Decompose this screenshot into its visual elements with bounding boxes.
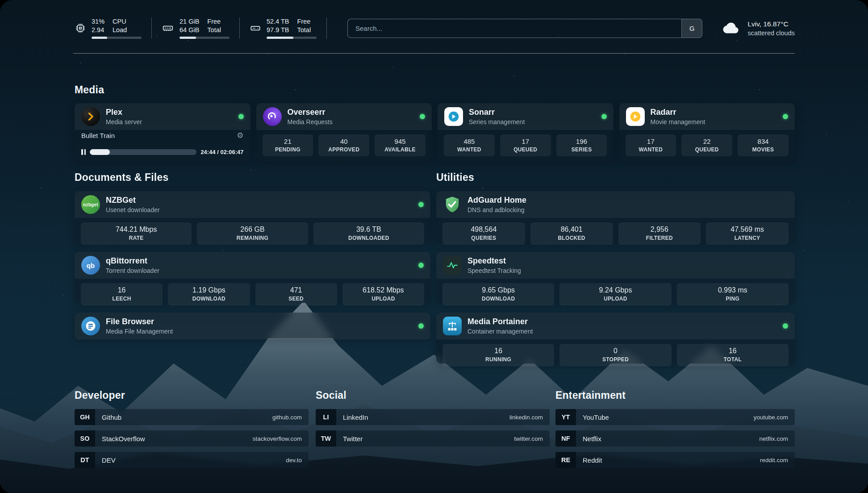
bookmark-abbr: YT — [555, 409, 576, 425]
bookmark-twitter[interactable]: TW Twitter twitter.com — [316, 430, 550, 447]
section-title-entertainment: Entertainment — [555, 389, 626, 401]
status-dot — [601, 114, 607, 119]
search-bar: G — [347, 19, 702, 38]
stat-blocked: 86,401 BLOCKED — [530, 222, 613, 245]
status-dot — [238, 114, 244, 119]
adguard-shield-icon — [443, 195, 462, 214]
bookmark-abbr: TW — [316, 430, 336, 447]
bookmark-name: Reddit — [583, 456, 602, 464]
cloud-icon — [721, 20, 742, 37]
qbittorrent-icon: qb — [81, 256, 100, 275]
disk-widget: 52.4 TB 97.9 TB Free Total — [250, 17, 327, 39]
status-dot — [420, 114, 425, 119]
stat-queries: 498,564 QUERIES — [442, 222, 525, 245]
stat-wanted: 17 WANTED — [626, 134, 676, 156]
disk-progressbar — [267, 37, 317, 39]
bookmark-url: stackoverflow.com — [253, 435, 309, 442]
stat-approved: 40 APPROVED — [318, 134, 369, 156]
memory-widget: 21 GiB 64 GiB Free Total — [162, 17, 240, 39]
service-card-speedtest[interactable]: Speedtest Speedtest Tracking 9.65 Gbps D… — [436, 252, 795, 303]
memory-icon — [162, 22, 174, 34]
now-playing-title: Bullet Train — [81, 132, 233, 139]
service-name: Media Portainer — [467, 317, 533, 326]
status-dot — [418, 263, 424, 268]
stat-total: 16 TOTAL — [677, 344, 789, 366]
plex-header: Plex Media server — [75, 103, 250, 130]
stat-series: 196 SERIES — [556, 134, 607, 156]
memory-total: 64 GiB — [179, 26, 199, 34]
overseerr-header: Overseerr Media Requests — [256, 103, 432, 130]
bookmark-stackoverflow[interactable]: SO StackOverflow stackoverflow.com — [75, 430, 309, 447]
bookmark-youtube[interactable]: YT YouTube youtube.com — [555, 409, 795, 425]
bookmark-reddit[interactable]: RE Reddit reddit.com — [555, 452, 795, 468]
stat-downloaded: 39.6 TB DOWNLOADED — [313, 222, 424, 245]
service-card-sonarr[interactable]: Sonarr Series management 485 WANTED 17 Q… — [438, 103, 613, 161]
service-card-plex[interactable]: Plex Media server Bullet Train ⚙ 24:44 /… — [75, 103, 250, 161]
filebrowser-icon — [81, 317, 100, 335]
bookmark-url: github.com — [272, 414, 309, 421]
search-engine-button[interactable]: G — [681, 19, 702, 38]
bookmark-abbr: SO — [75, 430, 95, 447]
service-card-overseerr[interactable]: Overseerr Media Requests 21 PENDING 40 A… — [256, 103, 432, 161]
service-name: Plex — [106, 108, 142, 117]
qbittorrent-header: qb qBittorrent Torrent downloader — [75, 252, 430, 279]
bookmark-linkedin[interactable]: LI LinkedIn linkedin.com — [316, 409, 550, 425]
status-dot — [418, 202, 424, 207]
stat-download: 9.65 Gbps DOWNLOAD — [442, 283, 554, 305]
bookmarks-developer: GH Github github.com SO StackOverflow st… — [75, 409, 309, 473]
bookmark-abbr: RE — [555, 452, 576, 468]
stat-seed: 471 SEED — [255, 283, 337, 305]
section-title-documents: Documents & Files — [75, 171, 168, 184]
bookmark-name: StackOverflow — [102, 435, 145, 443]
stat-upload: 9.24 Gbps UPLOAD — [559, 283, 671, 305]
radarr-icon — [626, 107, 645, 126]
service-card-filebrowser[interactable]: File Browser Media File Management — [75, 313, 430, 338]
cpu-widget: 31% 2.94 CPU Load — [75, 17, 152, 39]
service-subtitle: Media Requests — [288, 118, 333, 125]
topbar-divider — [73, 53, 795, 54]
bookmark-url: dev.to — [286, 457, 309, 464]
bookmark-url: youtube.com — [754, 414, 795, 421]
stat-remaining: 266 GB REMAINING — [197, 222, 308, 245]
memory-progressbar — [179, 37, 230, 39]
service-card-adguard[interactable]: AdGuard Home DNS and adblocking 498,564 … — [436, 191, 795, 242]
service-card-radarr[interactable]: Radarr Movie management 17 WANTED 22 QUE… — [619, 103, 795, 161]
service-subtitle: Series management — [469, 118, 525, 125]
pause-icon[interactable] — [81, 149, 86, 155]
service-subtitle: Usenet downloader — [106, 206, 160, 213]
cpu-load-label: Load — [113, 26, 127, 34]
search-input[interactable] — [348, 25, 681, 32]
weather-location: Lviv, 16.87°C — [747, 20, 795, 28]
bookmark-abbr: NF — [555, 430, 576, 447]
stat-wanted: 485 WANTED — [444, 134, 495, 156]
overseerr-icon — [263, 107, 282, 126]
stat-upload: 618.52 Mbps UPLOAD — [342, 283, 424, 305]
service-name: Sonarr — [469, 108, 525, 117]
disk-free: 52.4 TB — [267, 17, 289, 26]
service-name: Speedtest — [467, 256, 521, 266]
top-bar: 31% 2.94 CPU Load 21 GiB — [75, 15, 795, 41]
nzbget-header: nzbget NZBGet Usenet downloader — [75, 191, 430, 218]
service-card-nzbget[interactable]: nzbget NZBGet Usenet downloader 744.21 M… — [75, 191, 430, 242]
gear-icon[interactable]: ⚙ — [237, 132, 243, 139]
stat-available: 945 AVAILABLE — [375, 134, 426, 156]
bookmark-name: YouTube — [583, 414, 609, 421]
bookmark-netflix[interactable]: NF Netflix netflix.com — [555, 430, 795, 447]
nzbget-icon: nzbget — [81, 195, 100, 214]
service-subtitle: Media File Management — [106, 328, 173, 335]
bookmark-url: twitter.com — [514, 435, 550, 442]
bookmark-github[interactable]: GH Github github.com — [75, 409, 309, 425]
stat-stopped: 0 STOPPED — [559, 344, 671, 366]
stat-queued: 17 QUEUED — [500, 134, 551, 156]
service-subtitle: Speedtest Tracking — [467, 267, 521, 274]
stat-filtered: 2,956 FILTERED — [618, 222, 701, 245]
bookmark-dev[interactable]: DT DEV dev.to — [75, 452, 309, 468]
service-card-portainer[interactable]: Media Portainer Container management 16 … — [436, 313, 795, 363]
service-card-qbittorrent[interactable]: qb qBittorrent Torrent downloader 16 LEE… — [75, 252, 430, 303]
weather-widget[interactable]: Lviv, 16.87°C scattered clouds — [721, 20, 795, 37]
weather-condition: scattered clouds — [747, 29, 795, 37]
playback-progressbar[interactable] — [90, 149, 196, 155]
memory-free: 21 GiB — [179, 17, 199, 26]
bookmark-abbr: GH — [75, 409, 95, 425]
service-subtitle: Container management — [467, 328, 533, 335]
